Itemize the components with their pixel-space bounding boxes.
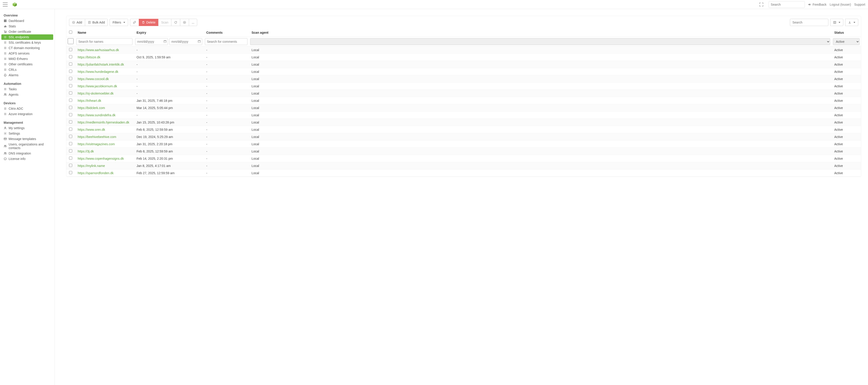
row-checkbox[interactable]: [69, 99, 72, 102]
table-row[interactable]: https://triheart.dk Jan 31, 2025, 7:46:1…: [66, 97, 861, 104]
table-row[interactable]: https://www.sren.dk Feb 8, 2025, 12:59:5…: [66, 126, 861, 133]
row-checkbox[interactable]: [69, 149, 72, 152]
endpoint-link[interactable]: https://julianfalchstark.interklik.dk: [78, 63, 124, 66]
endpoint-link[interactable]: https://mylink.name: [78, 164, 105, 168]
row-checkbox[interactable]: [69, 120, 72, 124]
endpoint-link[interactable]: https://visitmagazines.com: [78, 142, 115, 146]
endpoint-link[interactable]: https://www.sundindefra.dk: [78, 113, 116, 117]
export-button[interactable]: [845, 19, 858, 26]
sidebar-item-stats[interactable]: Stats: [1, 24, 53, 29]
table-row[interactable]: https://www.jacobkornum.dk - - Local Act…: [66, 82, 861, 90]
endpoint-link[interactable]: https://bitsize.dk: [78, 56, 100, 59]
link-button[interactable]: [130, 19, 139, 26]
endpoint-link[interactable]: https://www.copenhagensigns.dk: [78, 157, 124, 161]
table-search-input[interactable]: [790, 19, 828, 26]
row-checkbox[interactable]: [69, 171, 72, 174]
table-row[interactable]: https://www.hundedagene.dk - - Local Act…: [66, 68, 861, 75]
sidebar-item-alarms[interactable]: Alarms: [1, 72, 53, 78]
endpoint-link[interactable]: https://www.jacobkornum.dk: [78, 84, 117, 88]
table-row[interactable]: https://bitsize.dk Oct 9, 2025, 1:59:59 …: [66, 54, 861, 61]
row-checkbox[interactable]: [69, 156, 72, 160]
sidebar-item-agents[interactable]: Agents: [1, 92, 53, 97]
clear-button[interactable]: [180, 19, 189, 26]
table-row[interactable]: https://bidclerk.com Mar 14, 2025, 5:05:…: [66, 104, 861, 111]
endpoint-link[interactable]: https://triheart.dk: [78, 99, 101, 102]
sidebar-item-azure-integration[interactable]: Azure integration: [1, 111, 53, 117]
fullscreen-icon[interactable]: [759, 2, 764, 7]
columns-button[interactable]: [830, 19, 843, 26]
filter-agent-select[interactable]: [250, 38, 830, 45]
filter-expiry-from[interactable]: [135, 38, 168, 45]
row-checkbox[interactable]: [69, 164, 72, 167]
feedback-link[interactable]: Feedback: [808, 3, 826, 6]
row-checkbox[interactable]: [69, 113, 72, 116]
row-checkbox[interactable]: [69, 128, 72, 131]
sidebar-item-order-certificate[interactable]: Order certificate: [1, 29, 53, 34]
endpoint-link[interactable]: https://www.cocooil.dk: [78, 77, 109, 81]
row-checkbox[interactable]: [69, 142, 72, 145]
sidebar-item-tasks[interactable]: Tasks: [1, 86, 53, 92]
add-button[interactable]: Add: [69, 19, 85, 26]
col-header-comments[interactable]: Comments: [204, 28, 249, 37]
filter-row-checkbox[interactable]: [68, 38, 73, 44]
filter-name-input[interactable]: [76, 38, 132, 45]
support-link[interactable]: Support: [854, 3, 865, 6]
filter-comments-input[interactable]: [205, 38, 247, 45]
endpoint-link[interactable]: https://medlemsinfo.hjerneskaden.dk: [78, 120, 129, 124]
row-checkbox[interactable]: [69, 48, 72, 51]
row-checkbox[interactable]: [69, 55, 72, 58]
more-button[interactable]: ...: [189, 19, 197, 26]
endpoint-link[interactable]: https://beehivebeehive.com: [78, 135, 116, 139]
filters-button[interactable]: Filters: [110, 19, 128, 26]
delete-button[interactable]: Delete: [139, 19, 158, 26]
table-row[interactable]: https://3j.dk Feb 8, 2025, 12:59:59 am -…: [66, 148, 861, 155]
header-search[interactable]: [769, 1, 805, 8]
endpoint-link[interactable]: https://3j.dk: [78, 149, 94, 153]
col-header-status[interactable]: Status: [832, 28, 861, 37]
table-row[interactable]: https://medlemsinfo.hjerneskaden.dk Jan …: [66, 119, 861, 126]
logout-link[interactable]: Logout (tvuser): [830, 3, 851, 6]
endpoint-link[interactable]: https://www.aarhusiaarhus.dk: [78, 48, 119, 52]
row-checkbox[interactable]: [69, 92, 72, 95]
col-header-name[interactable]: Name: [75, 28, 134, 37]
sidebar-item-crls[interactable]: CRLs: [1, 67, 53, 72]
table-row[interactable]: https://julianfalchstark.interklik.dk - …: [66, 61, 861, 68]
row-checkbox[interactable]: [69, 106, 72, 109]
header-search-input[interactable]: [771, 3, 803, 6]
sidebar-item-mitid-erhverv[interactable]: MitID Erhverv: [1, 56, 53, 62]
table-row[interactable]: https://www.copenhagensigns.dk Feb 14, 2…: [66, 155, 861, 162]
table-row[interactable]: https://visitmagazines.com Jan 31, 2025,…: [66, 140, 861, 148]
col-header-expiry[interactable]: Expiry: [134, 28, 204, 37]
table-row[interactable]: https://oj-skolemoebler.dk - - Local Act…: [66, 90, 861, 97]
row-checkbox[interactable]: [69, 63, 72, 66]
bulk-add-button[interactable]: Bulk Add: [85, 19, 108, 26]
table-row[interactable]: https://mylink.name Jan 8, 2025, 4:17:01…: [66, 162, 861, 169]
menu-toggle[interactable]: [3, 2, 8, 6]
row-checkbox[interactable]: [69, 77, 72, 80]
filter-expiry-to[interactable]: [169, 38, 202, 45]
endpoint-link[interactable]: https://bidclerk.com: [78, 106, 105, 110]
sidebar-item-users-organizations-and-contacts[interactable]: Users, organizations and contacts: [1, 142, 53, 151]
sidebar-item-dns-integration[interactable]: DNS integration: [1, 151, 53, 156]
table-row[interactable]: https://www.sundindefra.dk - - Local Act…: [66, 111, 861, 119]
sidebar-item-ssl-certificates-keys[interactable]: SSL certificates & keys: [1, 40, 53, 45]
sidebar-item-adfs-services[interactable]: ADFS services: [1, 51, 53, 56]
row-checkbox[interactable]: [69, 135, 72, 138]
table-row[interactable]: https://sparnordfonden.dk Feb 27, 2025, …: [66, 169, 861, 177]
endpoint-link[interactable]: https://oj-skolemoebler.dk: [78, 92, 114, 95]
row-checkbox[interactable]: [69, 70, 72, 73]
endpoint-link[interactable]: https://www.hundedagene.dk: [78, 70, 118, 73]
refresh-button[interactable]: [171, 19, 180, 26]
table-row[interactable]: https://beehivebeehive.com Dec 19, 2024,…: [66, 133, 861, 140]
sidebar-item-settings[interactable]: Settings: [1, 131, 53, 136]
select-all-checkbox[interactable]: [69, 31, 72, 34]
sidebar-item-other-certificates[interactable]: Other certificates: [1, 62, 53, 67]
table-row[interactable]: https://www.aarhusiaarhus.dk - - Local A…: [66, 46, 861, 54]
sidebar-item-license-info[interactable]: License info: [1, 156, 53, 162]
scan-button[interactable]: Scan: [158, 19, 172, 26]
sidebar-item-citrix-adc[interactable]: Citrix ADC: [1, 106, 53, 111]
filter-status-select[interactable]: Active: [833, 38, 860, 45]
endpoint-link[interactable]: https://sparnordfonden.dk: [78, 171, 114, 175]
col-header-scan-agent[interactable]: Scan agent: [249, 28, 832, 37]
endpoint-link[interactable]: https://www.sren.dk: [78, 128, 105, 132]
